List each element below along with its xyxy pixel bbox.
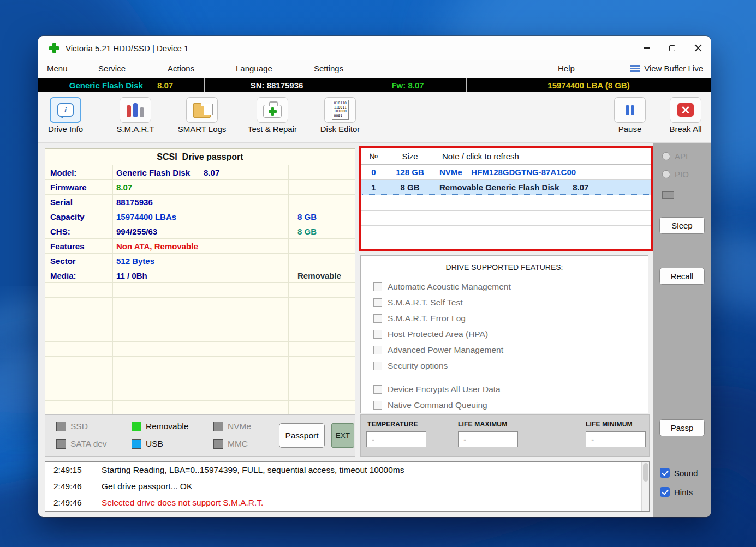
pause-icon bbox=[626, 105, 634, 115]
smart-button[interactable]: S.M.A.R.T bbox=[112, 97, 158, 134]
feature-hpa[interactable]: Host Protected Area (HPA) bbox=[361, 326, 648, 342]
close-icon bbox=[694, 44, 703, 52]
recall-button[interactable]: Recall bbox=[659, 268, 705, 285]
legend-label: SATA dev bbox=[70, 439, 107, 449]
test-repair-button[interactable]: Test & Repair bbox=[241, 97, 303, 134]
passp-button[interactable]: Passp bbox=[659, 419, 705, 436]
legend-label: MMC bbox=[228, 439, 248, 449]
passport-label: Serial bbox=[45, 197, 112, 207]
radio-pio[interactable]: PIO bbox=[662, 170, 689, 179]
passport-row-model: Model: Generic Flash Disk 8.07 bbox=[45, 165, 355, 180]
passport-row-media: Media: 11 / 0Bh Removable bbox=[45, 268, 355, 283]
pause-label: Pause bbox=[618, 124, 642, 134]
life-minimum-value[interactable]: - bbox=[586, 431, 646, 447]
temperature-value[interactable]: - bbox=[366, 431, 426, 447]
title-bar: Victoria 5.21 HDD/SSD | Device 1 bbox=[38, 36, 711, 60]
menu-item-actions[interactable]: Actions bbox=[168, 64, 194, 73]
legend-color-box bbox=[213, 422, 223, 431]
hints-label: Hints bbox=[674, 488, 693, 497]
break-all-button[interactable]: Break All bbox=[663, 97, 709, 134]
radio-api[interactable]: API bbox=[662, 152, 688, 161]
log-text: Get drive passport... OK bbox=[102, 482, 192, 491]
legend-nvme[interactable]: NVMe bbox=[213, 422, 251, 431]
sound-checkbox[interactable]: Sound bbox=[660, 468, 698, 478]
maximize-button[interactable] bbox=[659, 36, 685, 60]
feature-label: Automatic Acoustic Management bbox=[388, 282, 511, 292]
menu-item-menu[interactable]: Menu bbox=[47, 64, 68, 73]
smart-bars-icon bbox=[133, 103, 138, 117]
legend-sata-dev[interactable]: SATA dev bbox=[56, 439, 107, 449]
drive-list-highlight-box: № Size Note / click to refresh 0 128 GB … bbox=[359, 146, 653, 251]
passport-row-sector: Sector 512 Bytes bbox=[45, 254, 355, 268]
feature-error-log[interactable]: S.M.A.R.T. Error Log bbox=[361, 310, 648, 326]
legend-ssd[interactable]: SSD bbox=[56, 422, 88, 431]
minimize-button[interactable] bbox=[634, 36, 659, 60]
passport-label: Media: bbox=[45, 271, 112, 280]
passport-extra: 8 GB bbox=[288, 212, 355, 221]
features-title: DRIVE SUPPORTED FEATURES: bbox=[361, 263, 648, 272]
feature-apm[interactable]: Advanced Power Management bbox=[361, 342, 648, 358]
drive-list-table: № Size Note / click to refresh 0 128 GB … bbox=[361, 148, 651, 249]
radio-pio-label: PIO bbox=[675, 170, 689, 179]
disk-editor-button[interactable]: 010110 110011 101000 0001 Disk Editor bbox=[314, 97, 366, 134]
life-maximum-value[interactable]: - bbox=[458, 431, 518, 447]
feature-acoustic[interactable]: Automatic Acoustic Management bbox=[361, 279, 648, 294]
drive-status-bar: Generic Flash Disk 8.07 SN: 88175936 Fw:… bbox=[38, 78, 711, 92]
activity-led-indicator bbox=[662, 191, 674, 199]
break-all-label: Break All bbox=[669, 124, 701, 134]
passport-value: 512 Bytes bbox=[112, 256, 288, 266]
log-time: 2:49:46 bbox=[53, 498, 102, 508]
passport-title: SCSI Drive passport bbox=[45, 149, 355, 165]
temperature-label: TEMPERATURE bbox=[367, 420, 418, 428]
feature-self-test[interactable]: S.M.A.R.T. Self Test bbox=[361, 294, 648, 310]
menu-item-language[interactable]: Language bbox=[236, 64, 272, 73]
ext-button[interactable]: EXT bbox=[331, 423, 354, 448]
drive-info-button[interactable]: i Drive Info bbox=[43, 97, 88, 134]
legend-mmc[interactable]: MMC bbox=[213, 439, 248, 449]
sleep-button[interactable]: Sleep bbox=[659, 217, 705, 234]
legend-removable[interactable]: Removable bbox=[132, 422, 188, 431]
passport-value: 8.07 bbox=[112, 183, 288, 192]
menu-item-help[interactable]: Help bbox=[558, 64, 575, 73]
drive-row-0[interactable]: 0 128 GB NVMe HFM128GDGTNG-87A1C00 bbox=[361, 165, 651, 180]
smart-logs-button[interactable]: SMART Logs bbox=[172, 97, 231, 134]
drive-type-legend: SSD Removable NVMe SATA dev USB MMC Pass… bbox=[45, 414, 355, 457]
close-button[interactable] bbox=[685, 36, 711, 60]
checkbox-unchecked-icon bbox=[373, 298, 382, 307]
header-number: № bbox=[361, 152, 386, 161]
feature-encrypt[interactable]: Device Encrypts All User Data bbox=[361, 381, 648, 397]
menu-item-settings[interactable]: Settings bbox=[314, 64, 343, 73]
passport-button[interactable]: Passport bbox=[279, 423, 325, 448]
header-size: Size bbox=[386, 152, 434, 161]
drive-note: NVMe HFM128GDGTNG-87A1C00 bbox=[434, 167, 651, 177]
feature-label: S.M.A.R.T. Error Log bbox=[388, 314, 466, 323]
radio-circle-icon bbox=[662, 170, 670, 178]
feature-ncq[interactable]: Native Command Queuing bbox=[361, 397, 648, 413]
binary-line: 0001 bbox=[334, 114, 348, 118]
menu-item-service[interactable]: Service bbox=[98, 64, 126, 73]
hints-checkbox[interactable]: Hints bbox=[660, 487, 693, 497]
feature-security[interactable]: Security options bbox=[361, 358, 648, 374]
drive-list-header[interactable]: № Size Note / click to refresh bbox=[361, 148, 651, 165]
header-note: Note / click to refresh bbox=[434, 152, 651, 161]
features-gap bbox=[361, 374, 648, 381]
app-logo-icon bbox=[49, 43, 59, 53]
passport-row-features: Features Non ATA, Removable bbox=[45, 239, 355, 254]
log-time: 2:49:15 bbox=[53, 465, 102, 475]
passport-value: Non ATA, Removable bbox=[112, 242, 288, 251]
legend-label: SSD bbox=[70, 422, 88, 431]
pause-icon-box bbox=[614, 97, 646, 123]
passport-label: Capacity bbox=[45, 212, 112, 221]
checkbox-unchecked-icon bbox=[373, 314, 382, 323]
log-scrollbar[interactable] bbox=[641, 462, 649, 511]
features-list: Automatic Acoustic Management S.M.A.R.T.… bbox=[361, 279, 648, 413]
drive-info-icon-box: i bbox=[50, 97, 81, 123]
legend-usb[interactable]: USB bbox=[132, 439, 163, 449]
disk-editor-label: Disk Editor bbox=[320, 124, 360, 134]
pause-button[interactable]: Pause bbox=[607, 97, 653, 134]
smart-label: S.M.A.R.T bbox=[116, 124, 154, 134]
drive-row-1-selected[interactable]: 1 8 GB Removable Generic Flash Disk 8.07 bbox=[361, 180, 651, 195]
drive-list-empty-grid bbox=[361, 195, 651, 249]
legend-color-box bbox=[213, 439, 223, 449]
view-buffer-live[interactable]: View Buffer Live bbox=[630, 64, 703, 73]
